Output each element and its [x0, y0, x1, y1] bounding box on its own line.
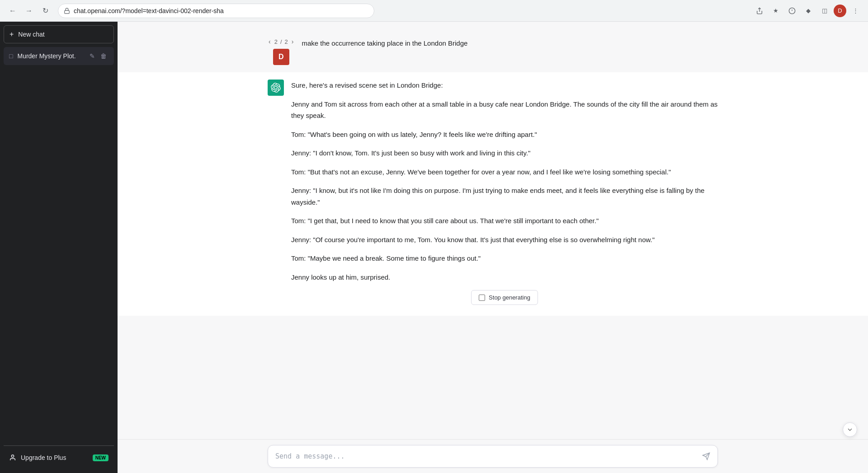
message-input[interactable] [275, 451, 698, 462]
chevron-down-icon [846, 426, 854, 433]
message-nav-separator: / [280, 38, 282, 45]
ai-para-8: Jenny looks up at him, surprised. [291, 272, 718, 283]
chat-item[interactable]: □ Murder Mystery Plot. ✎ 🗑 [4, 47, 114, 65]
openai-logo [271, 83, 281, 93]
sidebar: + New chat □ Murder Mystery Plot. ✎ 🗑 Up… [0, 22, 118, 473]
input-area [118, 439, 868, 473]
reload-button[interactable]: ↻ [38, 4, 52, 18]
stop-generating-button[interactable]: Stop generating [471, 290, 538, 305]
user-message-content: make the occurrence taking place in the … [302, 38, 718, 49]
user-icon [9, 454, 16, 461]
ai-avatar [268, 80, 284, 96]
browser-user-avatar[interactable]: D [834, 5, 846, 17]
svg-rect-0 [65, 10, 70, 13]
menu-button[interactable]: ⋮ [848, 4, 863, 18]
send-icon [702, 452, 710, 460]
ai-para-3: Tom: "But that's not an excuse, Jenny. W… [291, 166, 718, 178]
user-message-row: ‹ 2 / 2 › D make the occurrence taking p… [118, 31, 868, 72]
new-badge: NEW [93, 454, 108, 461]
back-button[interactable]: ← [5, 4, 20, 18]
edit-chat-button[interactable]: ✎ [88, 52, 97, 61]
stop-generating-label: Stop generating [489, 294, 530, 301]
ai-para-1: Tom: "What's been going on with us latel… [291, 129, 718, 140]
chat-item-actions: ✎ 🗑 [88, 52, 108, 61]
chat-icon: □ [9, 52, 13, 60]
chat-item-label: Murder Mystery Plot. [17, 52, 83, 60]
forward-button[interactable]: → [22, 4, 36, 18]
browser-nav-buttons: ← → ↻ [5, 4, 52, 18]
extension2-button[interactable]: ◆ [801, 4, 816, 18]
app-container: + New chat □ Murder Mystery Plot. ✎ 🗑 Up… [0, 22, 868, 473]
bookmark-button[interactable]: ★ [769, 4, 783, 18]
extension1-button[interactable] [785, 4, 799, 18]
ai-para-2: Jenny: "I don't know, Tom. It's just bee… [291, 147, 718, 159]
browser-actions: ★ ◆ ◫ D ⋮ [752, 4, 863, 18]
browser-chrome: ← → ↻ chat.openai.com/?model=text-davinc… [0, 0, 868, 22]
message-nav-current: 2 [274, 38, 278, 45]
ai-message-content: Sure, here's a revised scene set in Lond… [291, 80, 718, 309]
ai-para-7: Tom: "Maybe we need a break. Some time t… [291, 253, 718, 264]
upgrade-button[interactable]: Upgrade to Plus NEW [4, 450, 114, 466]
delete-chat-button[interactable]: 🗑 [99, 52, 108, 61]
next-message-button[interactable]: › [291, 38, 295, 45]
user-avatar: D [273, 49, 289, 65]
ai-para-6: Jenny: "Of course you're important to me… [291, 234, 718, 246]
prev-message-button[interactable]: ‹ [268, 38, 272, 45]
plus-icon: + [9, 30, 14, 38]
ai-para-0: Jenny and Tom sit across from each other… [291, 98, 718, 122]
user-message-text: make the occurrence taking place in the … [302, 38, 718, 49]
svg-point-5 [11, 455, 14, 457]
sidebar-footer: Upgrade to Plus NEW [4, 445, 114, 469]
lock-icon [64, 8, 70, 14]
ai-para-5: Tom: "I get that, but I need to know tha… [291, 215, 718, 227]
message-nav-total: 2 [285, 38, 288, 45]
upgrade-label: Upgrade to Plus [21, 454, 66, 461]
send-button[interactable] [702, 452, 710, 460]
main-content: ‹ 2 / 2 › D make the occurrence taking p… [118, 22, 868, 473]
input-container [268, 445, 718, 468]
chat-list: □ Murder Mystery Plot. ✎ 🗑 [4, 47, 114, 442]
stop-generating-container: Stop generating [291, 290, 718, 305]
scroll-to-bottom-button[interactable] [843, 422, 857, 437]
sidebar-toggle-button[interactable]: ◫ [817, 4, 832, 18]
ai-intro: Sure, here's a revised scene set in Lond… [291, 80, 718, 91]
ai-message-row: Sure, here's a revised scene set in Lond… [118, 72, 868, 316]
address-bar[interactable]: chat.openai.com/?model=text-davinci-002-… [58, 4, 374, 18]
url-text: chat.openai.com/?model=text-davinci-002-… [74, 7, 368, 14]
share-button[interactable] [752, 4, 767, 18]
chat-area: ‹ 2 / 2 › D make the occurrence taking p… [118, 22, 868, 439]
ai-message-text: Sure, here's a revised scene set in Lond… [291, 80, 718, 283]
new-chat-button[interactable]: + New chat [4, 25, 114, 43]
message-nav: ‹ 2 / 2 › [268, 38, 294, 45]
stop-checkbox-icon [479, 295, 485, 301]
ai-para-4: Jenny: "I know, but it's not like I'm do… [291, 185, 718, 208]
new-chat-label: New chat [18, 31, 44, 38]
